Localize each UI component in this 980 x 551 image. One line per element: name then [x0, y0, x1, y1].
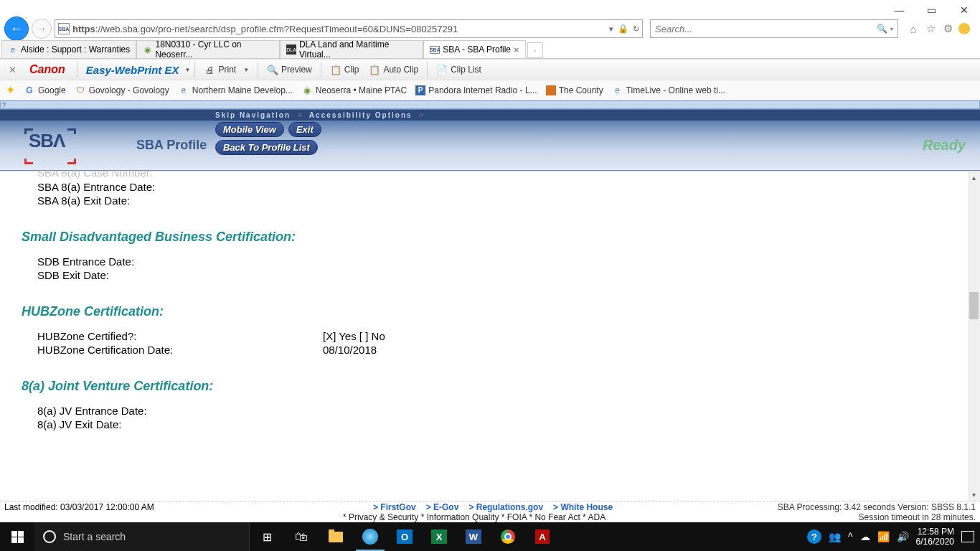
search-icon[interactable]: 🔍	[877, 24, 887, 34]
taskbar-clock[interactable]: 12:58 PM 6/16/2020	[916, 527, 954, 547]
section-heading-jv: 8(a) Joint Venture Certification:	[22, 379, 958, 394]
field-label: SBA 8(a) Case Number:	[37, 171, 323, 180]
canon-toolbar: ✕ Canon Easy-WebPrint EX ▼ 🖨Print▼ 🔍Prev…	[0, 59, 980, 80]
taskbar-outlook[interactable]: O	[387, 522, 422, 551]
field-label: HUBZone Certified?:	[37, 329, 323, 344]
word-icon: W	[466, 529, 481, 544]
home-icon[interactable]: ⌂	[907, 22, 920, 35]
fav-google[interactable]: GGoogle	[24, 85, 66, 96]
forward-button[interactable]: →	[32, 19, 52, 39]
fav-neoserra[interactable]: ◉Neoserra • Maine PTAC	[301, 85, 407, 96]
address-controls: ▾ 🔒 ↻	[609, 24, 639, 34]
minimize-button[interactable]: —	[883, 0, 915, 20]
taskbar-excel[interactable]: X	[422, 522, 456, 551]
fav-northern-maine[interactable]: eNorthern Maine Develop...	[178, 85, 293, 96]
mobile-view-button[interactable]: Mobile View	[215, 122, 284, 137]
preview-button[interactable]: 🔍Preview	[263, 62, 316, 77]
tools-icon[interactable]: ⚙	[941, 22, 954, 35]
start-button[interactable]	[0, 522, 34, 551]
scrollbar[interactable]: ▴ ▾	[968, 171, 980, 501]
neoserra-icon: ◉	[301, 85, 313, 96]
volume-icon[interactable]: 🔊	[897, 531, 909, 542]
url-text: https://web.sba.gov/pro-net/search/dsp_p…	[72, 24, 609, 34]
browser-right-icons: ⌂ ☆ ⚙	[901, 22, 976, 35]
printer-icon: 🖨	[204, 64, 215, 75]
regulations-link[interactable]: > Regulations.gov	[468, 502, 543, 512]
tab-close-icon[interactable]: ×	[514, 44, 519, 55]
skip-navigation-link[interactable]: Skip Navigation	[215, 111, 291, 119]
scroll-thumb[interactable]	[969, 292, 979, 319]
taskbar-file-explorer[interactable]	[319, 522, 353, 551]
scroll-down-button[interactable]: ▾	[968, 489, 980, 501]
onedrive-icon[interactable]: ☁	[860, 531, 870, 542]
lock-icon[interactable]: 🔒	[618, 24, 628, 34]
fav-timelive[interactable]: eTimeLive - Online web ti...	[612, 85, 725, 96]
taskbar-word[interactable]: W	[456, 522, 491, 551]
folder-icon	[329, 532, 343, 542]
refresh-icon[interactable]: ↻	[633, 24, 639, 34]
task-view-button[interactable]: ⊞	[250, 522, 284, 551]
separator	[194, 62, 195, 77]
window-controls: — ▭ ✕	[883, 0, 980, 20]
firstgov-link[interactable]: > FirstGov	[373, 502, 416, 512]
tab-sba-profile[interactable]: SBA SBA - SBA Profile ×	[423, 40, 525, 58]
taskbar-store[interactable]: 🛍	[284, 522, 319, 551]
fav-pandora[interactable]: PPandora Internet Radio - L...	[415, 85, 537, 95]
session-timeout: Session timeout in 28 minutes.	[859, 512, 976, 522]
close-window-button[interactable]: ✕	[948, 0, 980, 20]
clip-button[interactable]: 📋Clip	[326, 62, 364, 77]
action-center-icon[interactable]	[961, 531, 974, 542]
clip-list-button[interactable]: 📄Clip List	[432, 62, 486, 77]
taskbar-chrome[interactable]	[491, 522, 525, 551]
outlook-icon: O	[397, 529, 413, 544]
egov-link[interactable]: > E-Gov	[426, 502, 459, 512]
dropdown-icon[interactable]: ▼	[243, 67, 249, 73]
auto-clip-button[interactable]: 📋Auto Clip	[364, 62, 423, 77]
new-tab-button[interactable]: ▫	[527, 42, 543, 58]
people-icon[interactable]: 👥	[829, 531, 841, 542]
add-favorite-button[interactable]: ✦	[6, 83, 15, 97]
browser-nav-bar: ← → SBA https://web.sba.gov/pro-net/sear…	[0, 17, 980, 40]
canon-close-button[interactable]: ✕	[4, 65, 21, 75]
tab-dla[interactable]: DLA DLA Land and Maritime Virtual...	[280, 40, 423, 58]
help-strip[interactable]: ?	[0, 100, 980, 109]
clip-list-icon: 📄	[436, 64, 448, 75]
exit-button[interactable]: Exit	[288, 122, 321, 137]
back-to-profile-list-button[interactable]: Back To Profile List	[215, 140, 318, 155]
tabs-bar: e Alside : Support : Warranties ◉ 18N031…	[0, 40, 980, 59]
help-icon[interactable]: ?	[807, 529, 821, 544]
dropdown-icon[interactable]: ▼	[185, 67, 191, 73]
wifi-icon[interactable]: 📶	[877, 531, 890, 542]
tray-chevron-icon[interactable]: ^	[848, 531, 853, 542]
google-icon: G	[24, 85, 35, 96]
field-label: SDB Entrance Date:	[37, 255, 323, 269]
maximize-button[interactable]: ▭	[915, 0, 948, 20]
accessibility-options-link[interactable]: Accessibility Options	[309, 111, 413, 119]
last-modified: Last modified: 03/03/2017 12:00:00 AM	[4, 502, 154, 512]
taskbar-ie[interactable]	[353, 522, 387, 551]
emoji-icon[interactable]	[958, 23, 970, 34]
footer-policy-links[interactable]: * Privacy & Security * Information Quali…	[343, 512, 606, 522]
browser-search-box[interactable]: 🔍 ▾	[650, 19, 898, 38]
content-area: SBA 8(a) Case Number: SBA 8(a) Entrance …	[0, 171, 980, 501]
search-dropdown-icon[interactable]: ▾	[890, 26, 893, 32]
tab-label: DLA Land and Maritime Virtual...	[299, 39, 417, 60]
field-label: 8(a) JV Entrance Date:	[37, 404, 323, 418]
print-button[interactable]: 🖨Print▼	[199, 62, 253, 77]
task-view-icon: ⊞	[263, 530, 272, 544]
address-bar[interactable]: SBA https://web.sba.gov/pro-net/search/d…	[55, 19, 643, 38]
scroll-up-button[interactable]: ▴	[968, 171, 980, 184]
back-button[interactable]: ←	[4, 17, 29, 41]
fav-the-county[interactable]: The County	[546, 85, 603, 95]
browser-search-input[interactable]	[655, 24, 877, 34]
favorites-icon[interactable]: ☆	[924, 22, 937, 35]
pandora-icon: P	[415, 85, 425, 95]
dropdown-icon[interactable]: ▾	[609, 24, 613, 34]
taskbar-acrobat[interactable]: A	[525, 522, 560, 551]
whitehouse-link[interactable]: > White House	[553, 502, 613, 512]
fav-govology[interactable]: 🛡Govology - Govology	[75, 85, 169, 96]
dla-favicon-icon: DLA	[286, 44, 296, 55]
tab-neoserra[interactable]: ◉ 18N0310 - Cyr LLC on Neoserr...	[136, 40, 280, 58]
taskbar-search[interactable]: Start a search	[34, 522, 250, 551]
tab-alside[interactable]: e Alside : Support : Warranties	[1, 40, 136, 58]
